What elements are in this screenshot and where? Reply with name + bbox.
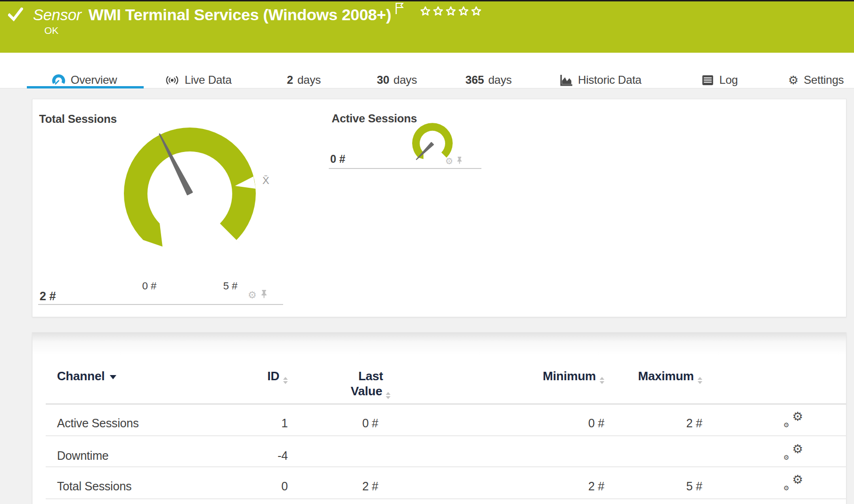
active-tab-underline — [27, 86, 144, 88]
tab-label: Settings — [804, 73, 844, 87]
tab-label: Overview — [71, 73, 117, 87]
channel-name: Active Sessions — [57, 416, 138, 430]
channel-id: -4 — [188, 448, 288, 463]
channel-last-value: 0 # — [323, 416, 417, 430]
total-sessions-gauge — [117, 120, 263, 271]
column-header-last-value[interactable]: Last Value — [344, 368, 397, 399]
window-top-edge — [0, 0, 854, 1]
tab-bar: Overview Live Data 2 days 30 days 365 da… — [0, 53, 854, 88]
column-header-channel[interactable]: Channel — [57, 368, 116, 384]
column-header-id[interactable]: ID — [188, 368, 288, 384]
average-marker-label: X̄ — [262, 175, 269, 187]
column-header-maximum[interactable]: Maximum — [607, 368, 702, 384]
sort-toggle-icon — [386, 392, 390, 399]
star-icon[interactable] — [445, 6, 456, 19]
total-sessions-title: Total Sessions — [39, 112, 117, 126]
settings-gear-icon: ⚙ — [788, 74, 798, 86]
historic-data-chart-icon — [559, 74, 573, 87]
column-header-label: Channel — [57, 369, 105, 383]
sort-toggle-icon — [283, 377, 288, 384]
gauge-pin-icon[interactable] — [456, 156, 463, 166]
gauge-divider — [38, 304, 283, 305]
star-icon[interactable] — [420, 6, 431, 19]
tab-2-days[interactable]: 2 days — [287, 72, 321, 88]
tab-historic-data[interactable]: Historic Data — [559, 72, 642, 88]
prtg-sensor-page: Sensor WMI Terminal Services (Windows 20… — [0, 0, 854, 504]
status-ok-check-icon — [8, 8, 23, 24]
column-header-minimum[interactable]: Minimum — [509, 368, 604, 384]
tab-label: days — [297, 73, 321, 87]
gauge-divider — [329, 168, 481, 169]
live-data-icon — [165, 74, 179, 87]
channels-panel: Channel ID Last Value Minimum Maximum Ac… — [32, 332, 846, 504]
table-row-divider — [46, 466, 846, 467]
tab-label: Historic Data — [578, 73, 642, 87]
column-header-label: Minimum — [543, 369, 596, 383]
star-icon[interactable] — [471, 6, 482, 19]
channel-settings-gear-icon[interactable]: ⚙⚙ — [782, 445, 803, 459]
channel-last-value: 2 # — [323, 479, 417, 493]
tab-label: Log — [719, 73, 738, 87]
star-icon[interactable] — [432, 6, 444, 19]
channel-maximum: 2 # — [607, 416, 702, 430]
column-header-label: ID — [267, 369, 279, 383]
sensor-status-text: OK — [44, 25, 58, 36]
channel-minimum: 2 # — [509, 479, 604, 493]
sensor-kind-label: Sensor — [33, 6, 81, 24]
table-row-divider — [46, 435, 846, 436]
tab-live-data[interactable]: Live Data — [165, 72, 232, 88]
active-sessions-gauge — [404, 114, 461, 176]
gauge-settings-gear-icon[interactable]: ⚙ — [248, 290, 257, 300]
total-sessions-value: 2 # — [40, 289, 56, 303]
log-list-icon — [701, 74, 714, 86]
channel-settings-gear-icon[interactable]: ⚙⚙ — [782, 413, 803, 427]
gauge-settings-gear-icon[interactable]: ⚙ — [445, 157, 453, 166]
channel-settings-gear-icon[interactable]: ⚙⚙ — [782, 476, 803, 490]
sort-toggle-icon — [698, 377, 702, 384]
column-header-label: Maximum — [638, 369, 694, 383]
tab-settings[interactable]: ⚙ Settings — [788, 72, 844, 88]
active-sessions-value: 0 # — [330, 153, 345, 166]
priority-stars[interactable] — [420, 6, 482, 19]
tab-log[interactable]: Log — [701, 72, 738, 88]
tab-number: 2 — [287, 73, 293, 87]
tab-number: 30 — [377, 73, 389, 87]
tab-label: Live Data — [185, 73, 232, 87]
channel-minimum: 0 # — [509, 416, 604, 430]
table-row-divider — [46, 498, 846, 499]
sort-descending-icon — [110, 375, 116, 379]
sort-toggle-icon — [600, 377, 604, 384]
gauge-pin-icon[interactable] — [260, 289, 268, 300]
priority-flag-icon[interactable] — [395, 2, 405, 16]
table-header-divider — [46, 403, 846, 405]
channel-name: Downtime — [57, 448, 109, 463]
tab-30-days[interactable]: 30 days — [377, 72, 417, 88]
gauges-panel: Total Sessions X̄ 0 # 5 # 2 # ⚙ Active S… — [32, 99, 846, 317]
sensor-title-row: Sensor WMI Terminal Services (Windows 20… — [33, 6, 482, 24]
sensor-header: Sensor WMI Terminal Services (Windows 20… — [0, 1, 854, 53]
tab-label: days — [393, 73, 417, 87]
gauge-min-label: 0 # — [121, 280, 178, 292]
channel-id: 1 — [188, 416, 288, 430]
channel-maximum: 5 # — [607, 479, 702, 493]
page-title: WMI Terminal Services (Windows 2008+) — [89, 6, 391, 24]
column-header-label: Last Value — [351, 369, 383, 398]
star-icon[interactable] — [458, 6, 469, 19]
tab-number: 365 — [465, 73, 484, 87]
gauge-icon — [52, 73, 65, 87]
tab-365-days[interactable]: 365 days — [465, 72, 512, 88]
channel-id: 0 — [188, 479, 288, 493]
tab-label: days — [488, 73, 512, 87]
channel-name: Total Sessions — [57, 479, 131, 493]
